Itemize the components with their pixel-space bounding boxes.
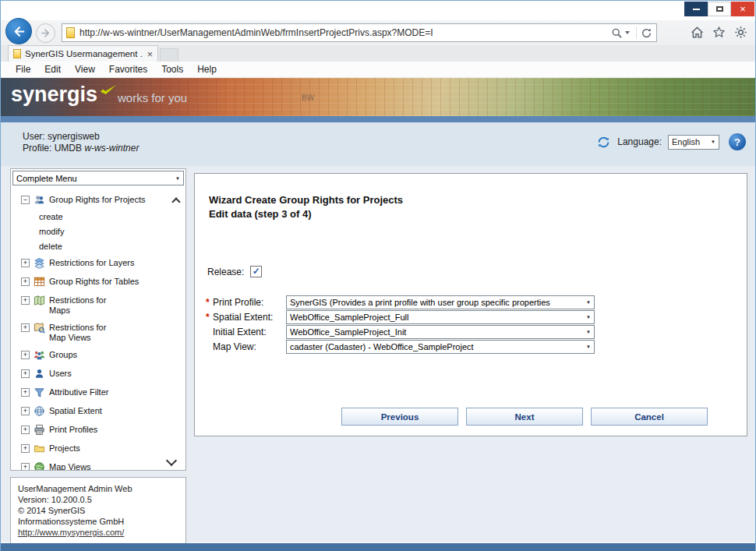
selected-value: WebOffice_SampleProject_Init [290,327,581,337]
sidebar-item-label: Map Views [49,461,91,471]
table-icon [34,276,46,288]
sidebar-tree: −Group Rights for Projectscreatemodifyde… [11,191,185,471]
wizard-fields: *Print Profile:SynerGIS (Provides a prin… [206,295,595,354]
user-info-bar: User: synergisweb Profile: UMDB w-ws-win… [1,122,755,166]
address-input[interactable]: http://w-ws-wintner/UserManagementAdminW… [79,27,611,38]
sidebar-item-groups[interactable]: +Groups [11,346,185,365]
expand-icon[interactable]: + [21,323,30,332]
page-icon [13,49,21,58]
language-select[interactable]: English ▼ [668,135,719,150]
release-checkbox[interactable]: ✓ [250,266,262,277]
menu-filter-select[interactable]: Complete Menu ▼ [12,171,184,185]
sidebar-item-projects[interactable]: +Projects [11,440,185,458]
printer-icon [34,424,46,436]
minimize-button[interactable] [684,2,708,16]
sidebar-item-map-views[interactable]: +Map Views [11,458,185,471]
sidebar-item-create[interactable]: create [11,210,185,224]
release-label: Release: [207,267,244,277]
menu-help[interactable]: Help [190,64,224,75]
sidebar-item-modify[interactable]: modify [11,224,185,239]
synergis-link[interactable]: http://www.mysynergis.com/ [18,528,124,537]
previous-button[interactable]: Previous [341,408,458,426]
header-banner: synergis works for you BW [1,78,755,116]
footer-line: © 2014 SynerGIS [18,505,178,516]
spatial-extent-select[interactable]: WebOffice_SampleProject_Full▼ [286,310,595,324]
sidebar-item-restrictions-for-map-views[interactable]: +Restrictions for Map Views [11,319,185,346]
close-button[interactable]: × [731,2,754,16]
language-value: English [672,137,706,147]
expand-icon[interactable]: + [21,426,30,434]
menu-tools[interactable]: Tools [154,64,190,75]
initial-extent-select[interactable]: WebOffice_SampleProject_Init▼ [286,325,595,339]
sidebar-item-restrictions-for-maps[interactable]: +Restrictions for Maps [11,291,185,319]
tab-title: SynerGIS Usermanagement ... [25,49,143,58]
cancel-button[interactable]: Cancel [591,408,708,426]
footer-line: Version: 10.200.0.5 [18,494,178,505]
menu-file[interactable]: File [9,64,37,75]
expand-icon[interactable]: + [21,369,30,378]
favorites-star-icon[interactable] [712,26,726,39]
address-bar[interactable]: http://w-ws-wintner/UserManagementAdminW… [62,23,657,42]
sidebar-item-attributive-filter[interactable]: +Attributive Filter [11,383,185,402]
profile-label: Profile: [23,143,51,154]
forward-button[interactable] [36,23,55,43]
divider [636,26,637,39]
expand-icon[interactable]: + [21,463,30,471]
dropdown-arrow-icon: ▼ [175,176,180,181]
help-icon[interactable]: ? [729,133,746,150]
dropdown-arrow-icon: ▼ [586,344,591,349]
map-view-select[interactable]: cadaster (Cadaster) - WebOffice_SamplePr… [286,340,595,354]
maximize-button[interactable] [708,2,731,16]
wizard-buttons: PreviousNextCancel [341,408,708,426]
map-view-icon [34,322,46,334]
expand-icon[interactable]: + [21,351,30,359]
menu-edit[interactable]: Edit [37,64,68,75]
sidebar-item-group-rights-for-projects[interactable]: −Group Rights for Projects [11,191,185,210]
user-label: User: [23,131,45,142]
window-bottom-border [1,543,755,551]
field-label: Initial Extent: [213,327,286,337]
tab-synergis-usermanagement[interactable]: SynerGIS Usermanagement ... × [8,45,158,62]
sidebar-item-label: Groups [49,349,77,360]
next-button[interactable]: Next [466,408,583,426]
sidebar-item-label: Group Rights for Projects [49,194,146,205]
search-caret-icon[interactable] [625,31,630,34]
menu-view[interactable]: View [68,64,102,75]
sidebar-item-delete[interactable]: delete [11,239,185,254]
expand-icon[interactable]: + [21,407,30,415]
expand-icon[interactable]: + [21,259,30,267]
menu-favorites[interactable]: Favorites [102,64,154,75]
selected-value: cadaster (Cadaster) - WebOffice_SamplePr… [290,342,581,351]
sidebar-item-label: Projects [49,443,80,454]
header-divider [1,116,755,122]
language-controls: Language: English ▼ ? [596,133,746,150]
sidebar-item-print-profiles[interactable]: +Print Profiles [11,421,185,440]
sidebar-item-restrictions-for-layers[interactable]: +Restrictions for Layers [11,254,185,273]
refresh-icon[interactable] [641,27,652,39]
language-refresh-icon[interactable] [596,135,611,150]
back-button[interactable] [5,18,32,44]
expand-icon[interactable]: + [21,277,30,286]
maximize-icon [716,6,723,12]
selected-value: SynerGIS (Provides a print profile with … [290,298,581,307]
settings-gear-icon[interactable] [734,26,747,39]
expand-icon[interactable]: + [21,296,30,305]
release-row: Release: ✓ [207,266,262,277]
collapse-icon[interactable]: − [21,196,30,204]
back-arrow-icon [12,24,26,39]
sidebar-item-label: Print Profiles [49,424,97,435]
globe-icon [34,461,46,471]
home-icon[interactable] [691,26,704,39]
expand-icon[interactable]: + [21,388,30,397]
required-marker: * [206,297,213,308]
map-label: BW [302,94,314,102]
profile-db: UMDB [55,143,82,154]
search-icon[interactable] [611,27,623,39]
print-profile-select[interactable]: SynerGIS (Provides a print profile with … [286,295,595,309]
sidebar-item-users[interactable]: +Users [11,365,185,383]
sidebar-item-spatial-extent[interactable]: +Spatial Extent [11,402,185,421]
sidebar-item-group-rights-for-tables[interactable]: +Group Rights for Tables [11,273,185,291]
new-tab-button[interactable] [160,48,178,62]
tab-close-icon[interactable]: × [147,49,153,59]
expand-icon[interactable]: + [21,444,30,453]
